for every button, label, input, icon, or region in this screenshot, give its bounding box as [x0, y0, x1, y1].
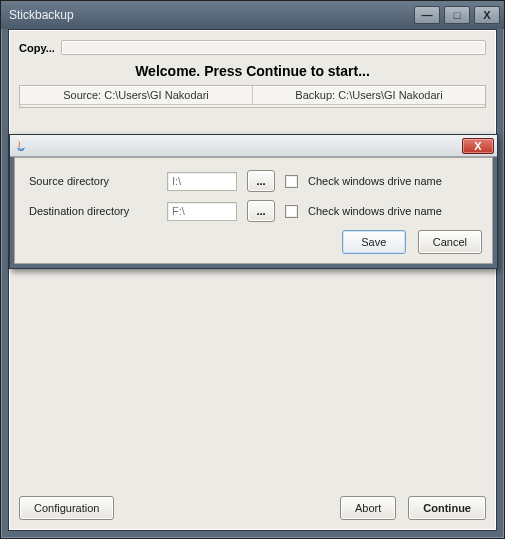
welcome-text: Welcome. Press Continue to start... [9, 61, 496, 85]
continue-button[interactable]: Continue [408, 496, 486, 520]
dialog-close-button[interactable]: X [462, 138, 494, 154]
source-input[interactable] [167, 172, 237, 191]
source-label: Source directory [29, 175, 157, 187]
backup-column-header[interactable]: Backup: C:\Users\GI Nakodari [253, 86, 485, 105]
cancel-button[interactable]: Cancel [418, 230, 482, 254]
dialog-body: Source directory ... Check windows drive… [14, 157, 493, 264]
destination-check-drive-checkbox[interactable] [285, 205, 298, 218]
titlebar[interactable]: Stickbackup — □ X [1, 1, 504, 29]
destination-row: Destination directory ... Check windows … [29, 200, 482, 222]
destination-input[interactable] [167, 202, 237, 221]
destination-browse-button[interactable]: ... [247, 200, 275, 222]
window-buttons: — □ X [414, 6, 500, 24]
close-button[interactable]: X [474, 6, 500, 24]
dialog-titlebar[interactable]: X [10, 135, 497, 157]
source-check-drive-checkbox[interactable] [285, 175, 298, 188]
destination-check-label: Check windows drive name [308, 205, 442, 217]
save-button[interactable]: Save [342, 230, 406, 254]
configuration-button[interactable]: Configuration [19, 496, 114, 520]
source-row: Source directory ... Check windows drive… [29, 170, 482, 192]
progress-bar [61, 40, 486, 55]
source-column-header[interactable]: Source: C:\Users\GI Nakodari [20, 86, 253, 105]
main-footer: Configuration Abort Continue [9, 486, 496, 530]
client-area: Copy... Welcome. Press Continue to start… [8, 29, 497, 531]
main-window: Stickbackup — □ X Copy... Welcome. Press… [0, 0, 505, 539]
maximize-button[interactable]: □ [444, 6, 470, 24]
table-header: Source: C:\Users\GI Nakodari Backup: C:\… [20, 86, 485, 105]
source-browse-button[interactable]: ... [247, 170, 275, 192]
copy-label: Copy... [19, 42, 55, 54]
window-title: Stickbackup [9, 8, 414, 22]
java-icon [14, 139, 28, 153]
config-dialog: X Source directory ... Check windows dri… [9, 134, 498, 269]
table-body [20, 105, 485, 107]
copy-row: Copy... [9, 30, 496, 61]
destination-label: Destination directory [29, 205, 157, 217]
abort-button[interactable]: Abort [340, 496, 396, 520]
source-check-label: Check windows drive name [308, 175, 442, 187]
paths-table: Source: C:\Users\GI Nakodari Backup: C:\… [19, 85, 486, 108]
dialog-footer: Save Cancel [29, 230, 482, 254]
minimize-button[interactable]: — [414, 6, 440, 24]
